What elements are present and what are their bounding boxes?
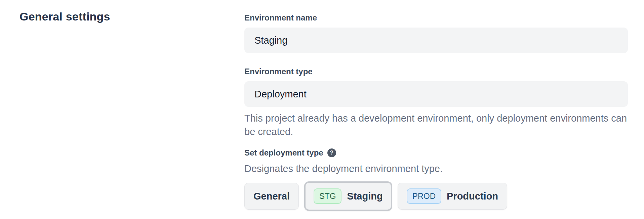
deployment-type-label: Set deployment type: [244, 148, 323, 158]
environment-name-input[interactable]: [244, 28, 628, 53]
deployment-type-option-production[interactable]: PROD Production: [398, 183, 507, 210]
settings-form: Environment name Environment type This p…: [244, 13, 628, 211]
settings-page: General settings Environment name Enviro…: [0, 0, 644, 219]
environment-type-input[interactable]: [244, 81, 628, 107]
page-title: General settings: [19, 10, 110, 23]
environment-name-label: Environment name: [244, 13, 628, 23]
deployment-type-option-staging[interactable]: STG Staging: [304, 181, 392, 211]
environment-type-label: Environment type: [244, 67, 628, 77]
deployment-type-option-staging-label: Staging: [347, 191, 383, 202]
question-mark-icon[interactable]: ?: [327, 148, 336, 157]
deployment-type-option-production-label: Production: [447, 191, 498, 202]
deployment-type-option-general[interactable]: General: [244, 183, 299, 210]
environment-type-help-text: This project already has a development e…: [244, 112, 628, 138]
deployment-type-options: General STG Staging PROD Production: [244, 181, 628, 211]
deployment-type-description: Designates the deployment environment ty…: [244, 162, 628, 175]
prod-badge: PROD: [407, 188, 441, 204]
deployment-type-label-row: Set deployment type ?: [244, 148, 628, 158]
stg-badge: STG: [314, 188, 341, 204]
deployment-type-option-general-label: General: [253, 191, 290, 202]
